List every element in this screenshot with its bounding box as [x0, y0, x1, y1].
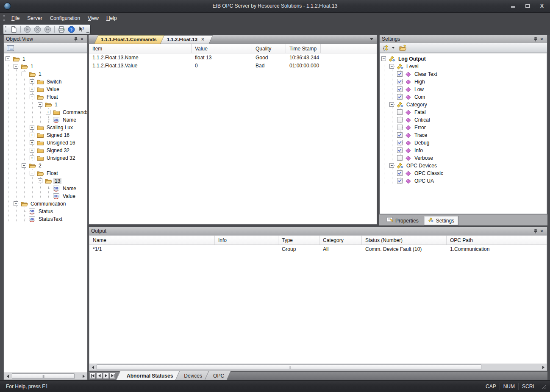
column-header-opc-path[interactable]: OPC Path: [447, 236, 547, 245]
tree-expander[interactable]: +: [30, 133, 34, 137]
tree-item-float[interactable]: −Float: [4, 93, 87, 101]
tree-item-signed-16[interactable]: +Signed 16: [4, 131, 87, 139]
tree-item-1[interactable]: −1: [4, 70, 87, 78]
checkbox[interactable]: [397, 86, 403, 92]
table-row[interactable]: 1.1.2.Float.13.Namefloat 13Good10:36:43.…: [89, 53, 377, 61]
tab-scroll-next-button[interactable]: [103, 373, 109, 379]
checkbox[interactable]: [397, 155, 403, 161]
tab-abnormal-statuses[interactable]: Abnormal Statuses: [120, 371, 180, 380]
tree-item-opc-ua[interactable]: OPC UA: [380, 177, 547, 185]
tab-close-icon[interactable]: ×: [201, 36, 204, 42]
tab-scroll-first-button[interactable]: [89, 373, 95, 379]
column-header-info[interactable]: Info: [215, 236, 278, 245]
output-hscrollbar[interactable]: [89, 364, 547, 370]
scroll-left-button[interactable]: [89, 364, 96, 371]
pin-button[interactable]: [532, 228, 539, 234]
tree-item-2[interactable]: −2: [4, 162, 87, 170]
tree-expander[interactable]: −: [389, 64, 394, 69]
tree-item-switch[interactable]: +Switch: [4, 78, 87, 86]
tree-item-unsigned-16[interactable]: +Unsigned 16: [4, 139, 87, 147]
tree-expander[interactable]: −: [389, 102, 394, 107]
view-list-button[interactable]: [6, 44, 15, 52]
context-help-button[interactable]: ?: [77, 25, 86, 33]
minimize-button[interactable]: [510, 3, 516, 8]
tree-item-1[interactable]: −1: [4, 63, 87, 70]
print-button[interactable]: [57, 25, 66, 33]
tree-item-fatal[interactable]: Fatal: [380, 108, 547, 116]
tree-item-trace[interactable]: Trace: [380, 131, 547, 139]
new-file-button[interactable]: [9, 25, 18, 33]
tree-expander[interactable]: −: [38, 178, 42, 183]
tree-expander[interactable]: −: [22, 163, 26, 168]
tab-devices[interactable]: Devices: [177, 371, 209, 380]
tree-item-opc-classic[interactable]: OPC Classic: [380, 170, 547, 177]
scrollbar-thumb[interactable]: [12, 373, 75, 379]
tab-scroll-last-button[interactable]: [110, 373, 116, 379]
tree-expander[interactable]: −: [22, 72, 26, 76]
tree-item-error[interactable]: Error: [380, 124, 547, 131]
close-panel-button[interactable]: ×: [79, 36, 85, 42]
menu-item-file[interactable]: File: [8, 14, 23, 23]
tree-item-float[interactable]: −Float: [4, 170, 87, 177]
tree-expander[interactable]: −: [389, 163, 394, 168]
tree-expander[interactable]: −: [38, 102, 42, 107]
tree-expander[interactable]: −: [14, 64, 18, 69]
log-config-button[interactable]: {: [382, 44, 390, 52]
menu-item-configuration[interactable]: Configuration: [46, 14, 84, 23]
pin-button[interactable]: [72, 36, 79, 42]
checkbox[interactable]: [397, 117, 403, 122]
tree-item-communication[interactable]: −Communication: [4, 200, 87, 208]
connect-button[interactable]: [23, 25, 32, 33]
skip-button[interactable]: [43, 25, 52, 33]
tree-item-name[interactable]: OBName: [4, 185, 87, 192]
tree-expander[interactable]: −: [14, 201, 18, 206]
column-header-category[interactable]: Category: [319, 236, 362, 245]
column-header-quality[interactable]: Quality: [252, 44, 286, 53]
checkbox[interactable]: [397, 178, 403, 183]
tree-expander[interactable]: +: [30, 79, 34, 84]
stop-button[interactable]: [33, 25, 42, 33]
tree-item-debug[interactable]: Debug: [380, 139, 547, 147]
checkbox[interactable]: [397, 71, 403, 77]
tab-list-dropdown-button[interactable]: [370, 38, 373, 40]
tree-item-value[interactable]: +Value: [4, 86, 87, 93]
tab-opc[interactable]: OPC: [206, 371, 231, 380]
column-header-status-number[interactable]: Status (Number): [362, 236, 447, 245]
pin-button[interactable]: [532, 36, 539, 42]
menu-item-help[interactable]: Help: [103, 14, 121, 23]
menu-item-view[interactable]: View: [84, 14, 103, 23]
tree-expander[interactable]: −: [30, 171, 34, 175]
table-row[interactable]: 1.1.2.Float.13.Value0Bad01:00:00.000: [89, 61, 377, 70]
tab-settings[interactable]: Settings: [424, 216, 458, 225]
close-panel-button[interactable]: ×: [539, 36, 545, 42]
column-header-item[interactable]: Item: [89, 44, 192, 53]
document-tab-1-1-2-float-13[interactable]: 1.1.2.Float.13×: [160, 35, 209, 44]
tree-expander[interactable]: +: [30, 140, 34, 145]
tree-item-opc-devices[interactable]: −OPC Devices: [380, 162, 547, 170]
checkbox[interactable]: [397, 140, 403, 145]
tree-item-clear-text[interactable]: Clear Text: [380, 70, 547, 78]
tree-item-1[interactable]: −1: [4, 101, 87, 108]
tree-item-13[interactable]: −13: [4, 177, 87, 185]
tree-expander[interactable]: −: [30, 95, 34, 99]
checkbox[interactable]: [397, 109, 403, 115]
scroll-right-button[interactable]: [540, 364, 547, 371]
tree-item-high[interactable]: High: [380, 78, 547, 86]
tree-item-critical[interactable]: Critical: [380, 116, 547, 124]
tree-item-statustext[interactable]: OBStatusText: [4, 215, 87, 223]
resize-grip[interactable]: [542, 384, 548, 391]
tree-item-verbose[interactable]: Verbose: [380, 154, 547, 162]
tree-item-info[interactable]: Info: [380, 147, 547, 154]
toolbar-grip[interactable]: [5, 26, 6, 32]
tree-item-unsigned-32[interactable]: +Unsigned 32: [4, 154, 87, 162]
table-row[interactable]: *1/1GroupAllComm. Device Fault (10)1.Com…: [89, 245, 547, 253]
checkbox[interactable]: [397, 125, 403, 130]
scroll-left-button[interactable]: [4, 373, 11, 380]
tab-scroll-prev-button[interactable]: [96, 373, 102, 379]
object-view-hscrollbar[interactable]: [4, 373, 87, 379]
checkbox[interactable]: [397, 170, 403, 176]
checkbox[interactable]: [397, 132, 403, 138]
column-header-value[interactable]: Value: [192, 44, 252, 53]
column-header-type[interactable]: Type: [278, 236, 319, 245]
tree-expander[interactable]: +: [30, 87, 34, 92]
